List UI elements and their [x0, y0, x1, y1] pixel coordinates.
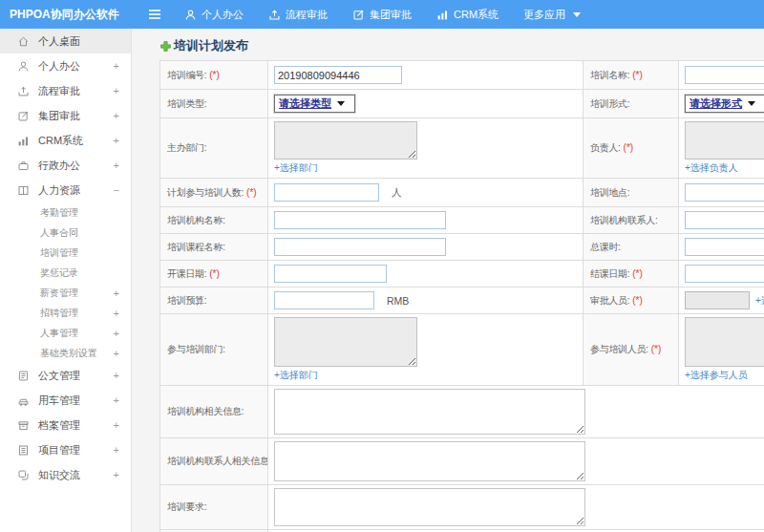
nav-label: 个人办公	[202, 8, 244, 22]
expand-sign[interactable]: +	[114, 110, 119, 121]
edit-icon	[352, 9, 365, 21]
sidebar-item-workflow-approval[interactable]: 流程审批 +	[0, 78, 131, 103]
required-mark: (*)	[632, 70, 643, 80]
sidebar-subitem-recruit[interactable]: 招聘管理 +	[0, 303, 131, 323]
required-mark: (*)	[632, 295, 643, 306]
start-date-input[interactable]	[274, 265, 387, 283]
nav-crm-system[interactable]: CRM系统	[436, 8, 499, 22]
join-depts-label: 参与培训部门:	[160, 314, 268, 386]
select-leader-link[interactable]: +选择负责人	[685, 161, 738, 175]
org-name-input[interactable]	[274, 211, 446, 229]
sidebar-item-vehicle-mgmt[interactable]: 用车管理 +	[0, 388, 131, 413]
sidebar-subitem-personnel[interactable]: 人事管理 +	[0, 323, 131, 343]
expand-sign[interactable]: +	[114, 160, 119, 171]
expand-sign[interactable]: +	[114, 469, 119, 480]
nav-personal-office[interactable]: 个人办公	[184, 8, 244, 22]
sidebar-item-hr[interactable]: 人力资源 −	[0, 178, 131, 202]
sidebar-item-label: 流程审批	[38, 84, 80, 98]
page-title-text: 培训计划发布	[174, 37, 248, 54]
approver-input[interactable]	[685, 291, 750, 309]
chat-icon	[17, 469, 30, 481]
sidebar-item-admin-office[interactable]: 行政办公 +	[0, 153, 131, 178]
page-title: 培训计划发布	[133, 29, 764, 60]
sidebar-hr-submenu: 考勤管理 人事合同 培训管理 奖惩记录 薪资管理 + 招聘管理 + 人事管理 +…	[0, 202, 131, 363]
planned-count-label: 计划参与培训人数:(*)	[160, 179, 268, 207]
expand-sign[interactable]: +	[114, 308, 119, 319]
expand-sign[interactable]: −	[114, 184, 119, 196]
expand-sign[interactable]: +	[114, 328, 119, 339]
expand-sign[interactable]: +	[114, 419, 119, 431]
expand-sign[interactable]: +	[114, 444, 119, 456]
select-dept-link[interactable]: +选择部门	[274, 369, 318, 382]
training-no-input[interactable]	[274, 66, 402, 84]
select-caret-icon	[337, 101, 345, 106]
sidebar-item-document-mgmt[interactable]: 公文管理 +	[0, 363, 131, 388]
training-type-select[interactable]: 请选择类型	[274, 95, 355, 113]
join-depts-picker[interactable]	[274, 317, 417, 367]
expand-sign[interactable]: +	[114, 348, 119, 359]
leader-label: 负责人:(*)	[584, 118, 679, 179]
expand-sign[interactable]: +	[114, 370, 119, 381]
sidebar-item-archive-mgmt[interactable]: 档案管理 +	[0, 413, 131, 437]
sidebar-item-label: CRM系统	[38, 134, 83, 148]
sidebar-subitem-hr-contract[interactable]: 人事合同	[0, 223, 131, 243]
form-row: 主办部门: +选择部门 负责人:(*) +选择负责人	[160, 118, 764, 179]
training-form-select[interactable]: 请选择形式	[685, 95, 764, 113]
form-row: 培训机构相关信息:	[160, 386, 764, 438]
expand-sign[interactable]: +	[114, 85, 119, 96]
sidebar-item-group-approval[interactable]: 集团审批 +	[0, 103, 131, 128]
requirements-label: 培训要求:	[160, 485, 268, 530]
sidebar-subitem-training[interactable]: 培训管理	[0, 243, 131, 263]
sidebar-item-label: 档案管理	[38, 418, 80, 433]
budget-input[interactable]	[274, 291, 374, 309]
expand-sign[interactable]: +	[114, 60, 119, 72]
sidebar-subitem-salary[interactable]: 薪资管理 +	[0, 283, 131, 303]
sidebar-item-crm[interactable]: CRM系统 +	[0, 128, 131, 153]
sidebar-subitem-attendance[interactable]: 考勤管理	[0, 202, 131, 223]
join-people-picker[interactable]	[685, 317, 764, 367]
select-caret-icon	[748, 101, 755, 106]
total-hours-input[interactable]	[685, 238, 764, 256]
org-info-textarea[interactable]	[274, 389, 585, 435]
sidebar-item-project-mgmt[interactable]: 项目管理 +	[0, 437, 131, 462]
clipboard-icon	[17, 444, 30, 457]
sidebar-item-knowledge-exchange[interactable]: 知识交流 +	[0, 462, 131, 487]
sidebar-subitem-reward-record[interactable]: 奖惩记录	[0, 263, 131, 283]
main-content: 培训计划发布 培训编号:(*) 培训名称:(*) 培训类型: 请选择类型 培训形…	[133, 29, 764, 532]
org-info-label: 培训机构相关信息:	[160, 386, 268, 438]
nav-more-apps[interactable]: 更多应用	[523, 8, 581, 22]
expand-sign[interactable]: +	[114, 135, 119, 146]
archive-icon	[17, 419, 30, 432]
sidebar: 个人桌面 个人办公 + 流程审批 + 集团审批 + CRM系统 + 行政办公 +	[0, 29, 132, 532]
course-name-input[interactable]	[274, 238, 446, 256]
select-participants-link[interactable]: +选择参与人员	[685, 369, 748, 382]
total-hours-label: 总课时:	[584, 234, 679, 261]
select-approver-link[interactable]: +选择审批人员	[755, 294, 764, 308]
org-name-label: 培训机构名称:	[160, 207, 268, 234]
location-input[interactable]	[685, 183, 764, 202]
expand-sign[interactable]: +	[114, 287, 119, 299]
form-row: 计划参与培训人数:(*) 人 培训地点:	[160, 179, 764, 207]
host-dept-picker[interactable]	[274, 121, 417, 160]
select-dept-link[interactable]: +选择部门	[274, 161, 318, 175]
training-plan-form: 培训编号:(*) 培训名称:(*) 培训类型: 请选择类型 培训形式: 请选择形…	[159, 60, 764, 532]
planned-count-input[interactable]	[274, 183, 379, 202]
nav-group-approval[interactable]: 集团审批	[352, 8, 412, 22]
expand-sign[interactable]: +	[114, 394, 119, 406]
currency-label: RMB	[387, 295, 409, 307]
org-contact-label: 培训机构联系人:	[584, 207, 679, 234]
org-contact-info-textarea[interactable]	[274, 441, 585, 481]
sidebar-item-personal-office[interactable]: 个人办公 +	[0, 53, 131, 78]
nav-workflow-approval[interactable]: 流程审批	[268, 8, 328, 22]
sidebar-subitem-label: 考勤管理	[40, 206, 78, 220]
leader-picker[interactable]	[685, 121, 764, 160]
training-type-label: 培训类型:	[160, 90, 268, 118]
hamburger-menu-icon[interactable]	[148, 9, 161, 20]
org-contact-input[interactable]	[685, 211, 764, 229]
sidebar-subitem-base-category[interactable]: 基础类别设置 +	[0, 343, 131, 363]
sidebar-item-personal-desktop[interactable]: 个人桌面	[0, 29, 131, 53]
training-name-input[interactable]	[685, 66, 764, 84]
top-nav: 个人办公 流程审批 集团审批 CRM系统 更多应用	[184, 8, 605, 22]
requirements-textarea[interactable]	[274, 488, 585, 526]
end-date-input[interactable]	[685, 265, 764, 283]
